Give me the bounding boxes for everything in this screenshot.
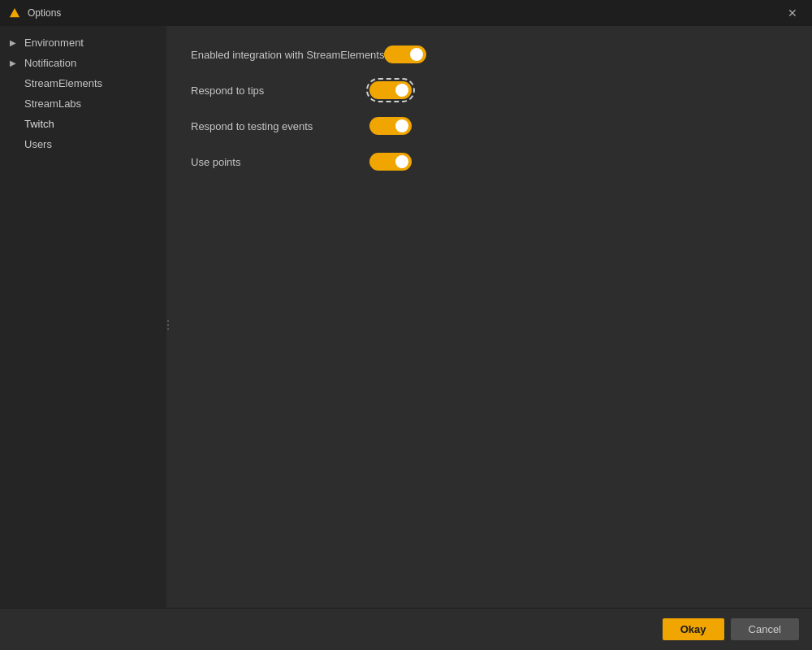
toggle-thumb	[410, 48, 423, 61]
setting-row-use-points: Use points	[191, 153, 788, 171]
options-dialog: Options ✕ ▶ Environment ▶ Notification S…	[0, 0, 812, 650]
dialog-title: Options	[28, 7, 781, 19]
close-button[interactable]: ✕	[781, 2, 804, 24]
sidebar-item-notification[interactable]: ▶ Notification	[0, 53, 166, 73]
toggle-thumb	[395, 84, 408, 97]
sidebar-label-streamelements: StreamElements	[24, 77, 102, 89]
toggle-respond-testing-events[interactable]	[369, 117, 412, 135]
sidebar-label-twitch: Twitch	[24, 118, 54, 130]
chevron-right-icon: ▶	[10, 58, 21, 67]
toggle-track[interactable]	[384, 46, 426, 63]
sidebar-item-twitch[interactable]: Twitch	[0, 114, 166, 134]
toggle-thumb	[395, 155, 408, 168]
toggle-track[interactable]	[369, 153, 412, 171]
setting-label-respond-testing-events: Respond to testing events	[191, 120, 369, 132]
footer: Okay Cancel	[0, 608, 812, 650]
sidebar-item-users[interactable]: Users	[0, 134, 166, 154]
sidebar-label-notification: Notification	[24, 57, 76, 69]
sidebar: ▶ Environment ▶ Notification StreamEleme…	[0, 26, 166, 608]
toggle-respond-tips[interactable]	[369, 81, 412, 99]
toggle-use-points[interactable]	[369, 153, 412, 171]
okay-button[interactable]: Okay	[663, 618, 724, 640]
toggle-enable-integration[interactable]	[384, 46, 426, 63]
app-icon	[8, 6, 21, 20]
setting-label-use-points: Use points	[191, 156, 369, 168]
toggle-thumb	[395, 119, 408, 132]
svg-marker-0	[10, 8, 19, 17]
sidebar-item-streamelements[interactable]: StreamElements	[0, 73, 166, 93]
setting-label-enable-integration: Enabled integration with StreamElements	[191, 49, 384, 61]
resize-handle[interactable]	[166, 309, 171, 341]
sidebar-item-streamlabs[interactable]: StreamLabs	[0, 93, 166, 114]
setting-label-respond-tips: Respond to tips	[191, 84, 369, 97]
setting-row-enable-integration: Enabled integration with StreamElements	[191, 46, 788, 63]
titlebar: Options ✕	[0, 0, 812, 26]
sidebar-label-environment: Environment	[24, 37, 84, 49]
cancel-button[interactable]: Cancel	[731, 618, 799, 640]
sidebar-label-users: Users	[24, 138, 52, 150]
setting-row-respond-tips: Respond to tips	[191, 81, 788, 99]
content-area: ▶ Environment ▶ Notification StreamEleme…	[0, 26, 812, 608]
toggle-track[interactable]	[369, 117, 412, 135]
chevron-right-icon: ▶	[10, 38, 21, 47]
toggle-track[interactable]	[369, 81, 412, 99]
sidebar-item-environment[interactable]: ▶ Environment	[0, 32, 166, 53]
main-panel: Enabled integration with StreamElements …	[166, 26, 812, 608]
setting-row-respond-testing-events: Respond to testing events	[191, 117, 788, 135]
sidebar-label-streamlabs: StreamLabs	[24, 98, 81, 110]
